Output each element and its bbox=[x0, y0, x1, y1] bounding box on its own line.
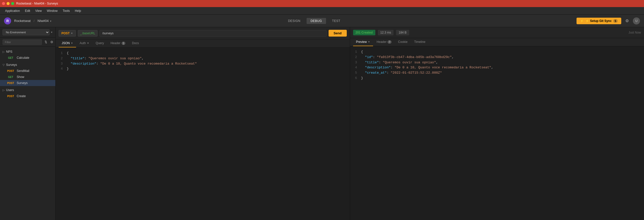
menu-view[interactable]: View bbox=[33, 8, 44, 14]
add-collection-button[interactable]: ⚙ bbox=[49, 39, 54, 45]
method-badge-get: GET bbox=[7, 57, 15, 59]
tab-json[interactable]: JSON ▼ bbox=[59, 39, 76, 47]
auth-dropdown-arrow: ▼ bbox=[87, 42, 89, 44]
menu-tools[interactable]: Tools bbox=[61, 8, 72, 14]
sidebar-item-sendmail[interactable]: POST SendMail bbox=[0, 68, 55, 74]
sidebar-actions: ⇅ ⚙ bbox=[43, 39, 54, 45]
request-name-surveys: Surveys bbox=[17, 81, 28, 85]
request-line-2: 2 "title": "Queremos ouvir sua opniao", bbox=[59, 56, 347, 61]
collection-dropdown-arrow: ▼ bbox=[50, 20, 52, 22]
request-tabs: JSON ▼ Auth ▼ Query Header 1 Docs bbox=[56, 39, 350, 48]
sort-button[interactable]: ⇅ bbox=[43, 39, 48, 45]
method-badge-post-sendmail: POST bbox=[7, 70, 15, 72]
collection-header-surveys[interactable]: ▽ Surveys bbox=[0, 62, 55, 68]
collection-group-users: ▷ Users POST Create bbox=[0, 87, 55, 99]
collection-header-users[interactable]: ▷ Users bbox=[0, 87, 55, 93]
collection-group-nps: ▷ NPS GET Calculate bbox=[0, 49, 55, 61]
preview-dropdown-arrow: ▼ bbox=[368, 41, 370, 43]
avatar[interactable]: U bbox=[633, 17, 640, 24]
request-name-sendmail: SendMail bbox=[17, 69, 29, 73]
request-url-bar: POST ▼ _.baseURL Send bbox=[56, 27, 350, 39]
sidebar: No Environment ▼ ⇅ ⚙ ▷ NPS GET Calculate bbox=[0, 27, 56, 220]
folder-icon-surveys: ▽ bbox=[3, 63, 5, 67]
sidebar-item-create[interactable]: POST Create bbox=[0, 93, 55, 99]
method-dropdown[interactable]: POST ▼ bbox=[59, 30, 76, 37]
tab-timeline[interactable]: Timeline bbox=[411, 38, 428, 46]
request-panel: POST ▼ _.baseURL Send JSON ▼ Auth ▼ Quer… bbox=[56, 27, 350, 220]
url-base-tag[interactable]: _.baseURL bbox=[78, 30, 98, 37]
request-body-editor[interactable]: 1 { 2 "title": "Queremos ouvir sua opnia… bbox=[56, 48, 350, 220]
method-label: POST bbox=[61, 32, 70, 35]
response-line-6: 6 } bbox=[353, 76, 641, 81]
sidebar-item-calculate[interactable]: GET Calculate bbox=[0, 55, 55, 61]
method-badge-post-create: POST bbox=[7, 95, 15, 98]
response-body: 1 { 2 "id": "fa913f3b-cb47-4dba-b85b-ad3… bbox=[350, 46, 644, 220]
json-dropdown-arrow: ▼ bbox=[71, 42, 73, 44]
collection-label-users: Users bbox=[6, 88, 14, 92]
response-status-bar: 201 Created 12.3 ms 184 B Just Now bbox=[350, 27, 644, 38]
search-input[interactable] bbox=[3, 39, 42, 45]
minimize-button[interactable] bbox=[7, 2, 10, 5]
sidebar-collections: ▷ NPS GET Calculate ▽ Surveys POST SendM… bbox=[0, 47, 55, 220]
request-name-create: Create bbox=[17, 94, 26, 98]
menu-help[interactable]: Help bbox=[73, 8, 83, 14]
menu-window[interactable]: Window bbox=[45, 8, 60, 14]
sidebar-environment: No Environment ▼ bbox=[0, 27, 55, 38]
workspace-name: Rocketseat bbox=[14, 19, 31, 23]
tab-debug[interactable]: DEBUG bbox=[307, 18, 326, 24]
tab-response-header[interactable]: Header 7 bbox=[374, 38, 395, 46]
menu-bar: Application Edit View Window Tools Help bbox=[0, 7, 644, 15]
response-panel: 201 Created 12.3 ms 184 B Just Now Previ… bbox=[350, 27, 644, 220]
response-line-3: 3 "title": "Queremos ouvir sua opniao", bbox=[353, 60, 641, 65]
collection-header-nps[interactable]: ▷ NPS bbox=[0, 49, 55, 55]
response-tabs: Preview ▼ Header 7 Cookie Timeline bbox=[350, 38, 644, 46]
git-sync-button[interactable]: ⚡ ⚡ Setup Git Sync 5 bbox=[577, 18, 621, 24]
environment-select[interactable]: No Environment bbox=[3, 29, 50, 35]
git-sync-icon: ⚡ bbox=[580, 19, 584, 23]
response-timestamp: Just Now bbox=[629, 31, 641, 34]
maximize-button[interactable] bbox=[11, 2, 14, 5]
request-line-3: 3 "description": "De 0 a 10, Quanto voce… bbox=[59, 61, 347, 67]
tab-header[interactable]: Header 1 bbox=[107, 39, 128, 47]
response-size: 184 B bbox=[396, 30, 409, 35]
request-name-calculate: Calculate bbox=[17, 56, 29, 60]
url-input[interactable] bbox=[100, 30, 327, 37]
collection-label-surveys: Surveys bbox=[6, 63, 17, 67]
menu-application[interactable]: Application bbox=[3, 8, 22, 14]
method-badge-get-show: GET bbox=[7, 76, 15, 78]
tab-preview[interactable]: Preview ▼ bbox=[353, 38, 373, 46]
toolbar-right: ⚡ ⚡ Setup Git Sync 5 ⚙ U bbox=[577, 17, 640, 24]
request-line-1: 1 { bbox=[59, 51, 347, 56]
window-controls bbox=[2, 2, 14, 5]
request-name-show: Show bbox=[17, 75, 24, 79]
title-bar: Rocketseat - NIw#04 - Surveys bbox=[0, 0, 644, 7]
sidebar-item-surveys[interactable]: POST Surveys bbox=[0, 80, 55, 86]
env-dropdown-arrow: ▼ bbox=[51, 31, 53, 34]
collection-name[interactable]: NIw#04 ▼ bbox=[37, 19, 52, 23]
window-title: Rocketseat - NIw#04 - Surveys bbox=[16, 2, 642, 5]
response-header-badge: 7 bbox=[387, 40, 392, 44]
collection-group-surveys: ▽ Surveys POST SendMail GET Show POST Su… bbox=[0, 62, 55, 86]
settings-button[interactable]: ⚙ bbox=[624, 17, 630, 24]
tab-auth[interactable]: Auth ▼ bbox=[77, 39, 92, 47]
method-dropdown-arrow: ▼ bbox=[71, 32, 73, 35]
tab-query[interactable]: Query bbox=[93, 39, 107, 47]
toolbar-center: DESIGN DEBUG TEST bbox=[55, 18, 573, 24]
folder-icon-nps: ▷ bbox=[3, 50, 5, 53]
send-button[interactable]: Send bbox=[329, 30, 347, 37]
tab-design[interactable]: DESIGN bbox=[284, 18, 305, 24]
tab-test[interactable]: TEST bbox=[328, 18, 344, 24]
menu-edit[interactable]: Edit bbox=[23, 8, 32, 14]
tab-cookie[interactable]: Cookie bbox=[395, 38, 410, 46]
response-time: 12.3 ms bbox=[378, 30, 394, 35]
method-badge-post-surveys: POST bbox=[7, 82, 15, 85]
response-line-2: 2 "id": "fa913f3b-cb47-4dba-b85b-ad3a760… bbox=[353, 55, 641, 60]
sidebar-item-show[interactable]: GET Show bbox=[0, 74, 55, 80]
response-line-5: 5 "create_at": "2022-01-02T15:52:22.000Z… bbox=[353, 70, 641, 76]
status-badge: 201 Created bbox=[353, 30, 375, 35]
close-button[interactable] bbox=[2, 2, 5, 5]
sidebar-search: ⇅ ⚙ bbox=[0, 38, 55, 47]
git-sync-badge: 5 bbox=[613, 19, 618, 23]
tab-docs[interactable]: Docs bbox=[129, 39, 142, 47]
app-logo: R bbox=[4, 17, 11, 24]
